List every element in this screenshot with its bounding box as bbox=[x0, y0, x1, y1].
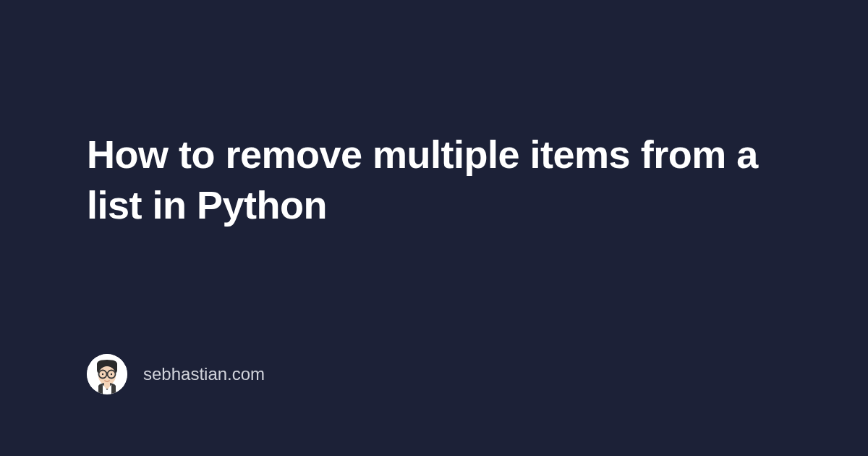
author-avatar bbox=[87, 354, 127, 394]
article-title: How to remove multiple items from a list… bbox=[87, 129, 810, 230]
svg-point-5 bbox=[102, 373, 103, 375]
site-name: sebhastian.com bbox=[143, 364, 265, 384]
article-card: How to remove multiple items from a list… bbox=[87, 129, 810, 230]
author-footer: sebhastian.com bbox=[87, 354, 265, 394]
svg-point-6 bbox=[111, 373, 112, 375]
